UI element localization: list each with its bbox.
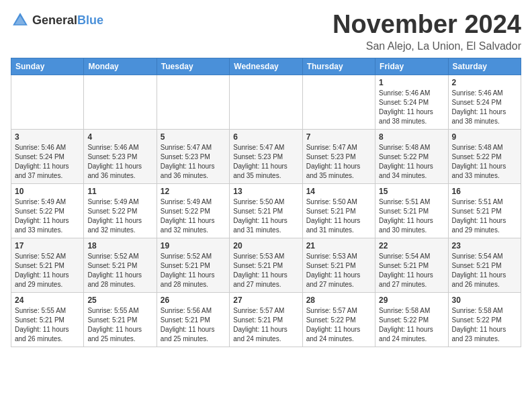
day-info: Sunrise: 5:52 AM Sunset: 5:21 PM Dayligh…: [161, 252, 226, 289]
day-info: Sunrise: 5:53 AM Sunset: 5:21 PM Dayligh…: [306, 252, 371, 289]
weekday-header-saturday: Saturday: [448, 58, 521, 75]
calendar-cell: 4Sunrise: 5:46 AM Sunset: 5:23 PM Daylig…: [84, 129, 157, 183]
day-info: Sunrise: 5:57 AM Sunset: 5:21 PM Dayligh…: [233, 306, 298, 344]
day-number: 23: [452, 241, 517, 250]
day-info: Sunrise: 5:46 AM Sunset: 5:24 PM Dayligh…: [452, 89, 517, 126]
calendar-cell: 6Sunrise: 5:47 AM Sunset: 5:23 PM Daylig…: [230, 129, 302, 183]
day-number: 15: [379, 187, 444, 196]
calendar-cell: 8Sunrise: 5:48 AM Sunset: 5:22 PM Daylig…: [375, 129, 448, 183]
day-number: 17: [15, 241, 80, 250]
calendar-cell: [11, 75, 84, 129]
calendar-cell: 2Sunrise: 5:46 AM Sunset: 5:24 PM Daylig…: [448, 75, 521, 129]
calendar-body: 1Sunrise: 5:46 AM Sunset: 5:24 PM Daylig…: [11, 75, 521, 347]
month-title: November 2024: [332, 11, 521, 39]
page-header: GeneralBlue November 2024 San Alejo, La …: [11, 11, 521, 52]
calendar-week-5: 24Sunrise: 5:55 AM Sunset: 5:21 PM Dayli…: [11, 292, 521, 347]
logo-blue: Blue: [77, 13, 103, 27]
day-info: Sunrise: 5:49 AM Sunset: 5:22 PM Dayligh…: [87, 197, 152, 235]
calendar-cell: 10Sunrise: 5:49 AM Sunset: 5:22 PM Dayli…: [11, 183, 84, 238]
calendar-cell: 24Sunrise: 5:55 AM Sunset: 5:21 PM Dayli…: [11, 292, 84, 347]
calendar-cell: 27Sunrise: 5:57 AM Sunset: 5:21 PM Dayli…: [230, 292, 302, 347]
day-number: 1: [379, 78, 444, 87]
day-info: Sunrise: 5:58 AM Sunset: 5:22 PM Dayligh…: [452, 306, 517, 344]
weekday-header-tuesday: Tuesday: [157, 58, 229, 75]
day-info: Sunrise: 5:50 AM Sunset: 5:21 PM Dayligh…: [233, 197, 298, 235]
day-info: Sunrise: 5:47 AM Sunset: 5:23 PM Dayligh…: [233, 143, 298, 181]
calendar-cell: [302, 75, 375, 129]
day-number: 5: [161, 132, 226, 142]
day-number: 4: [87, 132, 152, 142]
weekday-header-sunday: Sunday: [11, 58, 84, 75]
weekday-header-thursday: Thursday: [302, 58, 375, 75]
calendar-header-row: SundayMondayTuesdayWednesdayThursdayFrid…: [11, 58, 521, 75]
calendar-cell: 26Sunrise: 5:56 AM Sunset: 5:21 PM Dayli…: [157, 292, 229, 347]
day-number: 2: [452, 78, 517, 87]
calendar-cell: [84, 75, 157, 129]
day-info: Sunrise: 5:50 AM Sunset: 5:21 PM Dayligh…: [306, 197, 371, 235]
calendar-cell: 12Sunrise: 5:49 AM Sunset: 5:22 PM Dayli…: [157, 183, 229, 238]
day-info: Sunrise: 5:54 AM Sunset: 5:21 PM Dayligh…: [379, 252, 444, 289]
calendar-cell: 5Sunrise: 5:47 AM Sunset: 5:23 PM Daylig…: [157, 129, 229, 183]
logo-general: General: [32, 13, 77, 27]
calendar-week-4: 17Sunrise: 5:52 AM Sunset: 5:21 PM Dayli…: [11, 238, 521, 292]
day-info: Sunrise: 5:47 AM Sunset: 5:23 PM Dayligh…: [306, 143, 371, 181]
day-number: 28: [306, 295, 371, 305]
day-info: Sunrise: 5:48 AM Sunset: 5:22 PM Dayligh…: [452, 143, 517, 181]
day-number: 8: [379, 132, 444, 142]
day-number: 29: [379, 295, 444, 305]
calendar-cell: 28Sunrise: 5:57 AM Sunset: 5:22 PM Dayli…: [302, 292, 375, 347]
day-info: Sunrise: 5:51 AM Sunset: 5:21 PM Dayligh…: [452, 197, 517, 235]
day-info: Sunrise: 5:55 AM Sunset: 5:21 PM Dayligh…: [15, 306, 80, 344]
day-info: Sunrise: 5:52 AM Sunset: 5:21 PM Dayligh…: [87, 252, 152, 289]
weekday-header-monday: Monday: [84, 58, 157, 75]
calendar-cell: 29Sunrise: 5:58 AM Sunset: 5:22 PM Dayli…: [375, 292, 448, 347]
day-number: 25: [87, 295, 152, 305]
day-number: 7: [306, 132, 371, 142]
day-info: Sunrise: 5:48 AM Sunset: 5:22 PM Dayligh…: [379, 143, 444, 181]
title-block: November 2024 San Alejo, La Union, El Sa…: [332, 11, 521, 52]
day-info: Sunrise: 5:56 AM Sunset: 5:21 PM Dayligh…: [161, 306, 226, 344]
logo: GeneralBlue: [11, 11, 103, 30]
day-number: 12: [161, 187, 226, 196]
calendar-cell: [230, 75, 302, 129]
calendar-cell: 15Sunrise: 5:51 AM Sunset: 5:21 PM Dayli…: [375, 183, 448, 238]
day-number: 14: [306, 187, 371, 196]
day-number: 30: [452, 295, 517, 305]
calendar-cell: 11Sunrise: 5:49 AM Sunset: 5:22 PM Dayli…: [84, 183, 157, 238]
day-number: 11: [87, 187, 152, 196]
calendar-cell: 16Sunrise: 5:51 AM Sunset: 5:21 PM Dayli…: [448, 183, 521, 238]
calendar-cell: 18Sunrise: 5:52 AM Sunset: 5:21 PM Dayli…: [84, 238, 157, 292]
location: San Alejo, La Union, El Salvador: [332, 40, 521, 52]
day-info: Sunrise: 5:54 AM Sunset: 5:21 PM Dayligh…: [452, 252, 517, 289]
day-number: 16: [452, 187, 517, 196]
day-info: Sunrise: 5:46 AM Sunset: 5:24 PM Dayligh…: [15, 143, 80, 181]
day-number: 26: [161, 295, 226, 305]
day-number: 18: [87, 241, 152, 250]
day-info: Sunrise: 5:58 AM Sunset: 5:22 PM Dayligh…: [379, 306, 444, 344]
calendar-cell: 14Sunrise: 5:50 AM Sunset: 5:21 PM Dayli…: [302, 183, 375, 238]
weekday-header-friday: Friday: [375, 58, 448, 75]
day-number: 22: [379, 241, 444, 250]
calendar-week-1: 1Sunrise: 5:46 AM Sunset: 5:24 PM Daylig…: [11, 75, 521, 129]
calendar-cell: 25Sunrise: 5:55 AM Sunset: 5:21 PM Dayli…: [84, 292, 157, 347]
calendar-week-2: 3Sunrise: 5:46 AM Sunset: 5:24 PM Daylig…: [11, 129, 521, 183]
calendar-table: SundayMondayTuesdayWednesdayThursdayFrid…: [11, 58, 521, 347]
day-info: Sunrise: 5:51 AM Sunset: 5:21 PM Dayligh…: [379, 197, 444, 235]
calendar-cell: 7Sunrise: 5:47 AM Sunset: 5:23 PM Daylig…: [302, 129, 375, 183]
calendar-cell: 21Sunrise: 5:53 AM Sunset: 5:21 PM Dayli…: [302, 238, 375, 292]
calendar-cell: 9Sunrise: 5:48 AM Sunset: 5:22 PM Daylig…: [448, 129, 521, 183]
calendar-cell: 3Sunrise: 5:46 AM Sunset: 5:24 PM Daylig…: [11, 129, 84, 183]
day-info: Sunrise: 5:55 AM Sunset: 5:21 PM Dayligh…: [87, 306, 152, 344]
day-info: Sunrise: 5:46 AM Sunset: 5:24 PM Dayligh…: [379, 89, 444, 126]
day-number: 24: [15, 295, 80, 305]
day-number: 3: [15, 132, 80, 142]
calendar-cell: [157, 75, 229, 129]
day-info: Sunrise: 5:53 AM Sunset: 5:21 PM Dayligh…: [233, 252, 298, 289]
calendar-cell: 23Sunrise: 5:54 AM Sunset: 5:21 PM Dayli…: [448, 238, 521, 292]
calendar-cell: 17Sunrise: 5:52 AM Sunset: 5:21 PM Dayli…: [11, 238, 84, 292]
day-number: 20: [233, 241, 298, 250]
calendar-cell: 1Sunrise: 5:46 AM Sunset: 5:24 PM Daylig…: [375, 75, 448, 129]
day-number: 21: [306, 241, 371, 250]
day-number: 19: [161, 241, 226, 250]
day-info: Sunrise: 5:57 AM Sunset: 5:22 PM Dayligh…: [306, 306, 371, 344]
